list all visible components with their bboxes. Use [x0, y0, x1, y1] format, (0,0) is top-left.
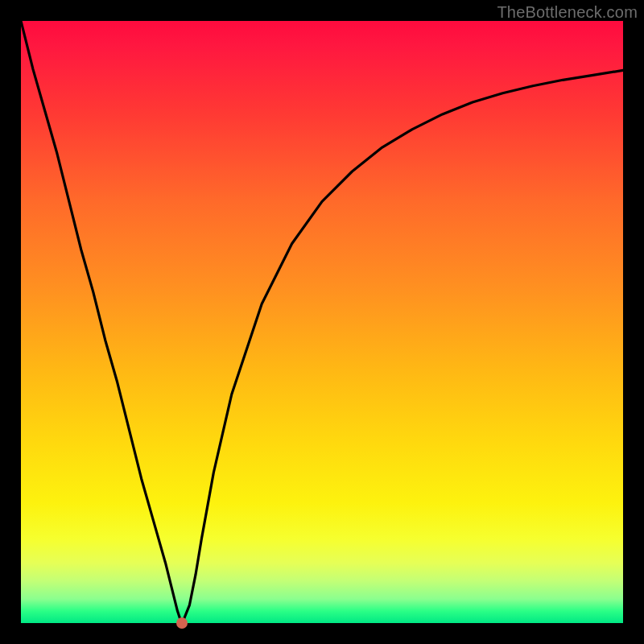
chart-frame: TheBottleneck.com: [0, 0, 644, 644]
watermark-text: TheBottleneck.com: [497, 3, 638, 22]
plot-area: [21, 21, 623, 623]
optimal-point-marker: [176, 617, 188, 629]
bottleneck-curve: [21, 21, 623, 623]
